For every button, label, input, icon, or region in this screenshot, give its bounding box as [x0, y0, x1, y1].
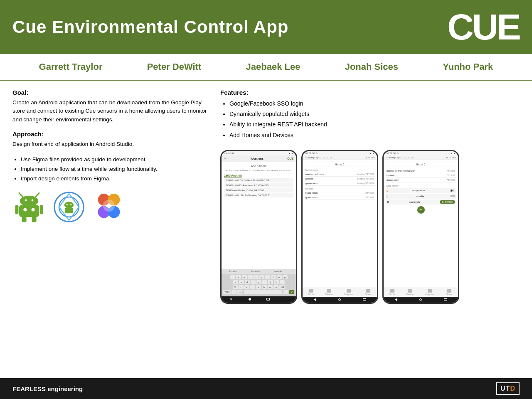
footer-brand: FEARLESS engineering — [12, 385, 83, 392]
features-list: Google/Facebook SSO login Dynamically po… — [220, 99, 520, 140]
phone1-tab-more[interactable]: ⋮ — [289, 269, 296, 274]
utd-logo: UTD — [496, 382, 520, 395]
feature-4: Add Homes and Devices — [229, 130, 520, 140]
author-5: Yunho Park — [443, 62, 493, 72]
app-title: Cue Environmental Control App — [12, 17, 288, 37]
features-section: Features: Google/Facebook SSO login Dyna… — [220, 89, 520, 140]
author-2: Peter DeWitt — [147, 62, 202, 72]
svg-point-22 — [103, 200, 115, 212]
right-column: Features: Google/Facebook SSO login Dyna… — [220, 89, 520, 374]
svg-point-10 — [23, 208, 27, 211]
widget-gas: ⊕ gas levels IN RANGE — [386, 200, 456, 204]
figma-icon — [92, 190, 126, 225]
svg-rect-6 — [15, 205, 18, 214]
approach-bullet-3: Import design elements from Figma. — [21, 174, 212, 184]
header: Cue Environmental Control App CUE — [0, 0, 532, 54]
phone1-toolbar: ← locations CUE — [222, 155, 296, 162]
svg-point-11 — [32, 208, 35, 211]
phone1-tab1[interactable]: Foothill — [222, 269, 244, 274]
svg-rect-9 — [32, 216, 36, 222]
svg-point-4 — [32, 199, 34, 201]
author-4: Jonah Sices — [345, 62, 398, 72]
svg-point-3 — [25, 199, 27, 201]
author-3: Jaebaek Lee — [246, 62, 300, 72]
phone1-tab2[interactable]: Foothills — [244, 269, 266, 274]
phone1-status: 9:41 G G ▲▲ — [222, 151, 296, 155]
phone3-nav — [384, 297, 458, 303]
approach-title: Approach: — [12, 131, 212, 138]
phone-1: 9:41 G G ▲▲ ← locations CUE Add a home A… — [220, 150, 297, 304]
features-title: Features: — [220, 89, 520, 96]
svg-point-14 — [64, 202, 74, 208]
phone-3: 10:22 3G 6 ▲▲ Tuesday, Apr 1 26, 2022 6:… — [382, 150, 459, 304]
android-icons-row — [12, 190, 212, 225]
feature-3: Ability to integrate REST API backend — [229, 119, 520, 130]
phone3-status: 10:22 3G 6 ▲▲ — [384, 151, 458, 155]
svg-line-1 — [35, 193, 39, 197]
phone2-status: 10:22 3G 6 ▲▲ — [303, 151, 377, 155]
goal-text: Create an Android application that can b… — [12, 99, 212, 124]
android-icon-green — [12, 190, 46, 225]
feature-1: Google/Facebook SSO login — [229, 99, 520, 109]
svg-rect-17 — [65, 207, 73, 213]
widget-humidity: L humidity 80% — [386, 194, 456, 199]
phone2-navbar: Home Devices Programs Others — [303, 288, 377, 297]
svg-point-15 — [66, 204, 68, 205]
svg-point-16 — [70, 204, 71, 205]
approach-bullets: Use Figma files provided as guide to dev… — [12, 155, 212, 184]
svg-rect-7 — [40, 205, 43, 214]
cue-logo: CUE — [447, 9, 520, 45]
left-column: Goal: Create an Android application that… — [12, 89, 212, 374]
phone1-tab3[interactable]: Foothills — [267, 269, 289, 274]
svg-rect-5 — [19, 205, 39, 217]
approach-bullet-1: Use Figma files provided as guide to dev… — [21, 155, 212, 165]
phone2-nav — [303, 297, 377, 303]
svg-line-0 — [19, 193, 23, 197]
svg-point-2 — [20, 196, 39, 207]
phone-mockups: 9:41 G G ▲▲ ← locations CUE Add a home A… — [220, 150, 520, 304]
approach-bullet-2: Implement one flow at a time while testi… — [21, 165, 212, 174]
svg-rect-8 — [22, 216, 26, 222]
feature-2: Dynamically populated widgets — [229, 109, 520, 119]
phone3-navbar: Home Devices Programs Others — [384, 288, 458, 297]
footer: FEARLESS engineering UTD — [0, 378, 532, 399]
phone-2: 10:22 3G 6 ▲▲ Tuesday, Apr 1 26, 2022 3:… — [301, 150, 378, 304]
android-studio-icon — [52, 190, 86, 225]
authors-bar: Garrett Traylor Peter DeWitt Jaebaek Lee… — [0, 54, 532, 81]
approach-intro: Design front end of application in Andro… — [12, 140, 212, 148]
main-content: Goal: Create an Android application that… — [0, 81, 532, 378]
author-1: Garrett Traylor — [39, 62, 103, 72]
fab-add-button[interactable]: + — [417, 206, 425, 214]
widget-temperature: L temperature 84 — [386, 188, 456, 193]
phone1-nav: ▼ ⋯ — [222, 296, 296, 303]
goal-title: Goal: — [12, 89, 212, 96]
